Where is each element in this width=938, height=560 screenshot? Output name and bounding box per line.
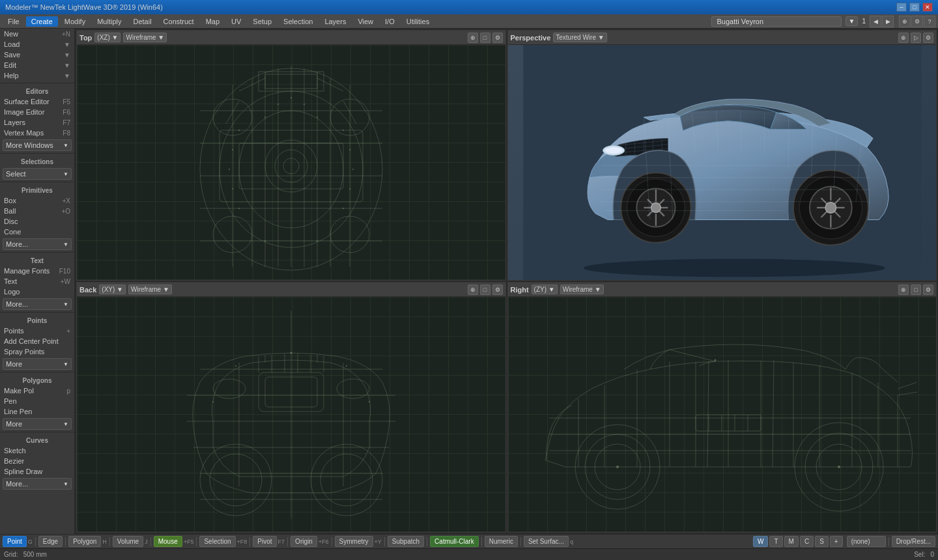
mode-btn-w[interactable]: W	[753, 536, 768, 547]
viewport-back-fit-icon[interactable]: ⊕	[468, 285, 478, 295]
viewport-back[interactable]: Back (XY) ▼ Wireframe ▼ ⊕ □ ⚙	[76, 282, 506, 533]
sidebar-item-make-pol[interactable]: Make Pol p	[0, 385, 74, 396]
mode-btn-t[interactable]: T	[769, 536, 782, 547]
sidebar-polygons-more[interactable]: More ▼	[3, 418, 72, 430]
bt-set-surface[interactable]: Set Surfac...	[524, 536, 569, 547]
menu-modify[interactable]: Modify	[59, 16, 91, 27]
viewport-back-maximize-icon[interactable]: □	[480, 285, 490, 295]
menu-io[interactable]: I/O	[380, 16, 400, 27]
viewport-right-axis-dropdown[interactable]: (ZY) ▼	[532, 285, 558, 294]
sidebar-item-load[interactable]: Load ▼	[0, 39, 74, 49]
sidebar-item-surface-editor[interactable]: Surface Editor F5	[0, 96, 74, 107]
viewport-back-settings-icon[interactable]: ⚙	[492, 285, 503, 295]
sidebar-item-add-center-point[interactable]: Add Center Point	[0, 336, 74, 346]
sidebar-select-dropdown[interactable]: Select ▼	[3, 168, 72, 180]
bt-edge[interactable]: Edge	[38, 536, 63, 547]
bt-mouse[interactable]: Mouse	[154, 536, 182, 547]
menu-create[interactable]: Create	[26, 16, 58, 27]
menu-layers[interactable]: Layers	[319, 16, 351, 27]
bt-polygon[interactable]: Polygon	[68, 536, 101, 547]
minimize-button[interactable]: –	[896, 3, 907, 12]
viewport-perspective-mode-dropdown[interactable]: Textured Wire ▼	[553, 33, 606, 42]
sidebar-item-logo[interactable]: Logo	[0, 287, 74, 297]
menu-selection[interactable]: Selection	[278, 16, 318, 27]
sidebar-item-edit[interactable]: Edit ▼	[0, 60, 74, 70]
menu-setup[interactable]: Setup	[248, 16, 277, 27]
sidebar-item-help[interactable]: Help ▼	[0, 70, 74, 81]
viewport-top-axis-dropdown[interactable]: (XZ) ▼	[94, 33, 121, 42]
sidebar-item-new[interactable]: New +N	[0, 29, 74, 39]
viewport-top-fit-icon[interactable]: ⊕	[468, 33, 478, 43]
viewport-top-maximize-icon[interactable]: □	[480, 33, 490, 43]
none-dropdown[interactable]: (none)	[847, 536, 886, 547]
mode-btn-plus[interactable]: +	[830, 536, 843, 547]
sidebar-item-manage-fonts[interactable]: Manage Fonts F10	[0, 266, 74, 276]
maximize-button[interactable]: □	[909, 3, 920, 12]
sidebar-item-save[interactable]: Save ▼	[0, 49, 74, 60]
close-button[interactable]: ✕	[922, 3, 933, 12]
title-bar-controls[interactable]: – □ ✕	[896, 3, 933, 12]
bt-symmetry[interactable]: Symmetry	[335, 536, 373, 547]
viewport-top-settings-icon[interactable]: ⚙	[492, 33, 503, 43]
sidebar-item-vertex-maps[interactable]: Vertex Maps F8	[0, 128, 74, 138]
bt-catmull-clark[interactable]: Catmull-Clark	[430, 536, 479, 547]
sidebar-curves-more[interactable]: More... ▼	[3, 478, 72, 490]
sidebar-item-disc[interactable]: Disc	[0, 216, 74, 227]
sidebar-item-ball[interactable]: Ball +O	[0, 206, 74, 216]
viewport-right-settings-icon[interactable]: ⚙	[923, 285, 933, 295]
bt-pivot[interactable]: Pivot	[253, 536, 276, 547]
menu-multiply[interactable]: Multiply	[92, 16, 126, 27]
menu-construct[interactable]: Construct	[158, 16, 199, 27]
viewport-top-mode-dropdown[interactable]: Wireframe ▼	[123, 33, 167, 42]
mode-btn-m[interactable]: M	[784, 536, 799, 547]
viewport-right-mode-dropdown[interactable]: Wireframe ▼	[560, 285, 604, 294]
viewport-perspective-settings-icon[interactable]: ⚙	[923, 33, 933, 43]
viewport-top[interactable]: Top (XZ) ▼ Wireframe ▼ ⊕ □ ⚙	[76, 30, 506, 281]
menu-view[interactable]: View	[352, 16, 378, 27]
sidebar-item-pen[interactable]: Pen	[0, 396, 74, 406]
sidebar-item-points[interactable]: Points +	[0, 326, 74, 336]
viewport-right-content[interactable]	[508, 297, 937, 532]
sidebar-item-sketch[interactable]: Sketch	[0, 445, 74, 456]
viewport-perspective-maximize-icon[interactable]: ▷	[911, 33, 921, 43]
viewport-right-fit-icon[interactable]: ⊕	[898, 285, 909, 295]
object-name-field[interactable]: Bugatti Veyron	[711, 16, 842, 27]
sidebar-item-text[interactable]: Text +W	[0, 276, 74, 287]
bt-numeric[interactable]: Numeric	[485, 536, 518, 547]
sidebar-item-spray-points[interactable]: Spray Points	[0, 346, 74, 357]
mode-btn-c[interactable]: C	[800, 536, 814, 547]
viewport-right-maximize-icon[interactable]: □	[911, 285, 921, 295]
sidebar-item-box[interactable]: Box +X	[0, 195, 74, 206]
bt-subpatch[interactable]: Subpatch	[388, 536, 424, 547]
layer-next-icon[interactable]: ▶	[882, 16, 894, 27]
bt-point[interactable]: Point	[3, 536, 27, 547]
viewport-back-content[interactable]	[77, 297, 505, 532]
sidebar-item-cone[interactable]: Cone	[0, 227, 74, 237]
layer-dropdown[interactable]: ▼	[846, 16, 859, 26]
bt-origin[interactable]: Origin	[291, 536, 317, 547]
sidebar-item-line-pen[interactable]: Line Pen	[0, 406, 74, 417]
menu-uv[interactable]: UV	[226, 16, 246, 27]
sidebar-more-windows[interactable]: More Windows ▼	[3, 139, 72, 151]
settings-icon[interactable]: ⚙	[911, 16, 923, 27]
sidebar-item-layers[interactable]: Layers F7	[0, 117, 74, 128]
bt-drop-rest[interactable]: Drop/Rest...	[892, 536, 935, 547]
viewport-perspective-fit-icon[interactable]: ⊕	[898, 33, 909, 43]
sidebar-item-bezier[interactable]: Bezier	[0, 456, 74, 466]
viewport-back-mode-dropdown[interactable]: Wireframe ▼	[128, 285, 172, 294]
sidebar-primitives-more[interactable]: More... ▼	[3, 238, 72, 250]
sidebar-text-more[interactable]: More... ▼	[3, 298, 72, 310]
menu-file[interactable]: File	[3, 16, 25, 27]
viewport-back-axis-dropdown[interactable]: (XY) ▼	[99, 285, 126, 294]
bt-selection[interactable]: Selection	[199, 536, 235, 547]
maximize-viewport-icon[interactable]: ⊕	[899, 16, 911, 27]
viewport-perspective-content[interactable]	[508, 45, 937, 280]
menu-utilities[interactable]: Utilities	[401, 16, 434, 27]
help-icon[interactable]: ?	[924, 16, 935, 27]
menu-map[interactable]: Map	[201, 16, 225, 27]
bt-volume[interactable]: Volume	[113, 536, 143, 547]
menu-detail[interactable]: Detail	[128, 16, 156, 27]
viewport-perspective[interactable]: Perspective Textured Wire ▼ ⊕ ▷ ⚙	[507, 30, 937, 281]
viewport-top-content[interactable]	[77, 45, 505, 280]
layer-prev-icon[interactable]: ◀	[870, 16, 881, 27]
